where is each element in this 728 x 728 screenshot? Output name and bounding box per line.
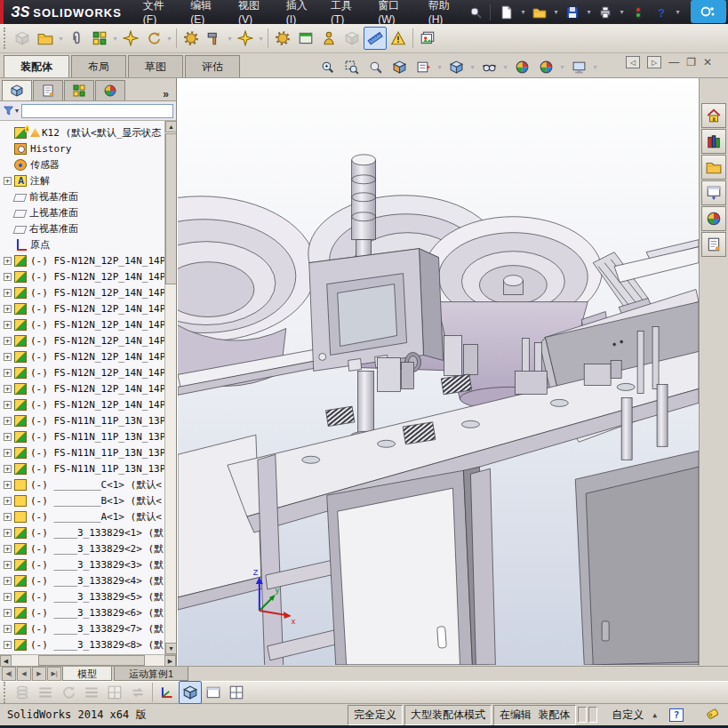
expander-plus-icon[interactable]: + [4,177,12,185]
menu-item[interactable]: 工具(T) [322,0,367,29]
tab-nav-button[interactable]: ◀ [17,667,31,681]
tree-item[interactable]: 前视基准面 [0,188,164,204]
mesh-display-icon[interactable] [103,681,126,704]
tree-item[interactable]: K12 (默认<默认_显示状态 [0,124,164,140]
linear-component-pattern-icon[interactable] [88,27,111,50]
insert-components-icon[interactable] [11,27,34,50]
external-references-icon[interactable] [387,27,410,50]
hide-show-items-icon[interactable] [477,55,500,78]
file-explorer-tab-icon[interactable] [701,155,726,180]
expander-plus-icon[interactable]: + [4,641,12,649]
take-snapshot-icon[interactable] [416,27,439,50]
tree-item[interactable]: + (-) ____3_133829<8> (默 [0,636,164,652]
configurationmanager-tab-icon[interactable] [64,80,94,100]
expander-plus-icon[interactable]: + [4,433,12,441]
panel-tabs-overflow[interactable]: » [163,88,169,100]
magnified-selection-icon[interactable] [364,55,387,78]
expander-plus-icon[interactable]: + [4,545,12,553]
menu-item[interactable]: 编辑(E) [181,0,228,29]
update-speedpak-icon[interactable] [340,27,364,50]
display-style-icon[interactable] [444,55,468,78]
tree-item[interactable]: + (-) FS-N12N_12P_14N_14P [0,332,164,348]
displaymanager-tab-icon[interactable] [95,80,125,100]
expander-plus-icon[interactable]: + [4,513,12,521]
insert-component-from-file-icon[interactable] [34,27,57,50]
view-axes-icon[interactable] [156,681,179,704]
study-tab[interactable]: 运动算例1 [114,667,188,681]
dropdown-caret[interactable]: ▾ [501,57,509,76]
tree-item[interactable]: + (-) FS-N12N_12P_14N_14P [0,364,164,380]
new-motion-study-icon[interactable] [271,27,294,50]
dropdown-caret[interactable]: ▾ [585,3,593,22]
tag-icon[interactable] [705,707,719,724]
layer-display-icon[interactable] [34,681,57,704]
tree-item[interactable]: + (-) ________B<1> (默认< [0,492,164,508]
dropdown-caret[interactable]: ▾ [165,28,173,48]
tree-item[interactable]: + (-) ____3_133829<2> (默 [0,540,164,556]
expander-plus-icon[interactable]: + [4,609,12,617]
featuremanager-tab-icon[interactable] [2,80,32,100]
tab-nav-button[interactable]: ▶| [47,667,61,681]
tree-item[interactable]: 传感器 [0,156,164,172]
tree-item[interactable]: + (-) ________C<1> (默认< [0,476,164,492]
bill-of-materials-icon[interactable] [294,27,317,50]
filter-dropdown-caret[interactable]: ▾ [15,107,19,115]
tree-item[interactable]: 原点 [0,236,164,252]
tree-item[interactable]: + (-) FS-N11N_11P_13N_13P [0,428,164,444]
menu-item[interactable]: 视图(V) [229,0,276,29]
assembly-features-icon[interactable] [203,27,226,50]
dropdown-caret[interactable]: ▾ [468,57,476,76]
rotate-view-icon[interactable] [57,681,80,704]
expander-plus-icon[interactable]: + [4,369,12,377]
dropdown-caret[interactable]: ▾ [57,28,65,48]
quick-tips-help-button[interactable]: ? [669,708,684,722]
dropdown-caret[interactable]: ▾ [552,3,560,22]
tree-item[interactable]: + (-) ____3_133829<6> (默 [0,604,164,620]
show-hidden-components-icon[interactable] [180,27,203,50]
expander-plus-icon[interactable]: + [4,561,12,569]
expander-plus-icon[interactable]: + [4,449,12,457]
search-icon[interactable] [466,3,484,22]
dropdown-caret[interactable]: ▾ [257,28,265,48]
toolbar-grip[interactable] [4,682,7,703]
cabinet-door-left[interactable] [327,470,473,665]
mate-icon[interactable] [65,27,88,50]
tree-item[interactable]: + (-) FS-N12N_12P_14N_14P [0,252,164,268]
four-viewport-icon[interactable] [225,681,248,704]
single-viewport-icon[interactable] [202,681,225,704]
tree-item[interactable]: + (-) ____3_133829<7> (默 [0,620,164,636]
expander-plus-icon[interactable]: + [4,417,12,425]
tree-vertical-scrollbar[interactable]: ▲ ▼ [164,121,176,654]
tree-item[interactable]: + (-) FS-N12N_12P_14N_14P [0,316,164,332]
dropdown-caret[interactable]: ▾ [436,57,444,76]
dropdown-caret[interactable]: ▾ [226,28,234,48]
tree-item[interactable]: + (-) ____3_133829<1> (默 [0,524,164,540]
tree-item[interactable]: + (-) ________A<1> (默认< [0,508,164,524]
expander-plus-icon[interactable]: + [4,529,12,537]
tree-item[interactable]: + 注解 [0,172,164,188]
shaded-with-edges-icon[interactable] [179,681,202,704]
zoom-to-fit-icon[interactable] [316,55,339,78]
tree-horizontal-scrollbar[interactable]: ◀ ▶ [0,654,176,666]
expander-plus-icon[interactable]: + [4,337,12,345]
expander-plus-icon[interactable]: + [4,273,12,281]
expander-plus-icon[interactable]: + [4,625,12,633]
reference-geometry-icon[interactable] [234,27,257,50]
tree-item[interactable]: + (-) FS-N12N_12P_14N_14P [0,300,164,316]
section-display-icon[interactable] [11,681,34,704]
dropdown-caret[interactable]: ▾ [558,57,566,76]
open-document-icon[interactable] [529,3,550,22]
dropdown-caret[interactable]: ▾ [111,28,119,48]
apply-scene-icon[interactable] [567,55,590,78]
view-orientation-icon[interactable] [412,55,435,78]
expander-plus-icon[interactable]: + [4,321,12,329]
status-custom-label[interactable]: 自定义 [612,708,644,723]
menu-item[interactable]: 窗口(W) [369,0,417,29]
scrollbar-thumb[interactable] [165,133,176,284]
section-view-icon[interactable] [388,55,411,78]
realview-graphics-icon[interactable] [510,55,533,78]
tree-item[interactable]: + (-) FS-N12N_12P_14N_14P [0,348,164,364]
move-component-icon[interactable] [142,27,165,50]
dropdown-caret[interactable]: ▾ [591,57,599,76]
next-window-button[interactable]: ▷ [647,56,661,68]
